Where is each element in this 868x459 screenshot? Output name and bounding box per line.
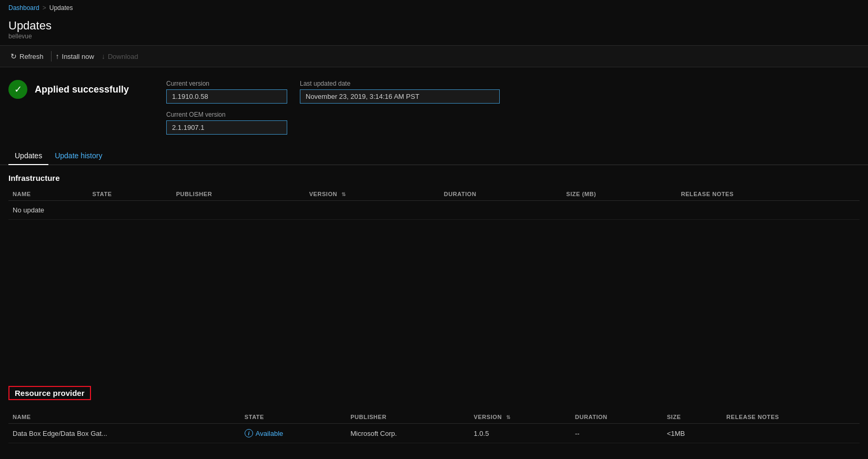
toolbar-divider-1 (51, 51, 52, 62)
current-oem-version-value: 2.1.1907.1 (166, 120, 287, 135)
status-left: ✓ Applied successfully (8, 80, 145, 99)
breadcrumb-separator: > (43, 4, 46, 12)
current-version-label: Current version (166, 80, 287, 87)
version-sort-icon: ⇅ (341, 191, 346, 197)
download-icon: ↓ (102, 52, 105, 60)
current-oem-version-label: Current OEM version (166, 111, 287, 118)
rp-col-release-notes: RELEASE NOTES (722, 411, 860, 424)
state-label: Available (256, 430, 284, 437)
rp-col-version: VERSION ⇅ (470, 411, 571, 424)
rp-version-sort-icon: ⇅ (506, 414, 511, 420)
rp-row-release-notes (722, 424, 860, 443)
status-fields: Current version 1.1910.0.58 Current OEM … (166, 80, 500, 135)
page-subtitle: bellevue (8, 33, 860, 40)
breadcrumb-current: Updates (49, 4, 73, 12)
resource-provider-title: Resource provider (8, 386, 91, 400)
infrastructure-table: NAME STATE PUBLISHER VERSION ⇅ DURATION … (8, 188, 860, 220)
infra-col-size: SIZE (MB) (562, 188, 677, 201)
rp-col-publisher: PUBLISHER (346, 411, 469, 424)
infrastructure-section: Infrastructure NAME STATE PUBLISHER VERS… (0, 165, 868, 220)
info-icon: i (245, 429, 253, 437)
rp-col-size: SIZE (663, 411, 722, 424)
page-header: Updates bellevue (0, 16, 868, 46)
infra-col-version: VERSION ⇅ (305, 188, 440, 201)
rp-row-duration: -- (571, 424, 663, 443)
current-version-group: Current version 1.1910.0.58 Current OEM … (166, 80, 287, 135)
rp-row-version: 1.0.5 (470, 424, 571, 443)
status-text: Applied successfully (35, 84, 129, 95)
table-row: No update (8, 201, 860, 220)
tab-updates[interactable]: Updates (8, 147, 48, 165)
rp-row-state: i Available (240, 424, 346, 443)
rp-row-name: Data Box Edge/Data Box Gat... (8, 424, 240, 443)
refresh-button[interactable]: ↻ Refresh (8, 50, 49, 63)
last-updated-group: Last updated date November 23, 2019, 3:1… (300, 80, 500, 135)
infrastructure-title: Infrastructure (8, 174, 860, 182)
last-updated-value: November 23, 2019, 3:14:16 AM PST (300, 89, 500, 104)
install-button[interactable]: ↑ Install now (54, 50, 99, 63)
tabs: Updates Update history (0, 147, 868, 165)
current-version-value: 1.1910.0.58 (166, 89, 287, 104)
rp-col-name: NAME (8, 411, 240, 424)
status-section: ✓ Applied successfully Current version 1… (0, 67, 868, 145)
resource-provider-header-row: NAME STATE PUBLISHER VERSION ⇅ DURATION … (8, 411, 860, 424)
breadcrumb: Dashboard > Updates (0, 0, 868, 16)
page-title: Updates (8, 19, 860, 33)
install-label: Install now (62, 53, 94, 60)
rp-col-duration: DURATION (571, 411, 663, 424)
table-row: Data Box Edge/Data Box Gat... i Availabl… (8, 424, 860, 443)
last-updated-label: Last updated date (300, 80, 500, 87)
infra-col-state: STATE (88, 188, 171, 201)
status-badge: ✓ (8, 80, 27, 99)
tab-update-history[interactable]: Update history (48, 147, 108, 165)
infra-col-release-notes: RELEASE NOTES (677, 188, 860, 201)
refresh-label: Refresh (19, 53, 44, 60)
download-label: Download (108, 53, 138, 60)
infrastructure-header-row: NAME STATE PUBLISHER VERSION ⇅ DURATION … (8, 188, 860, 201)
download-button[interactable]: ↓ Download (99, 50, 144, 63)
infra-col-publisher: PUBLISHER (172, 188, 305, 201)
resource-provider-section: Resource provider NAME STATE PUBLISHER V… (0, 378, 868, 443)
rp-row-publisher: Microsoft Corp. (346, 424, 469, 443)
toolbar: ↻ Refresh ↑ Install now ↓ Download (0, 46, 868, 67)
no-update-text: No update (8, 201, 860, 220)
rp-col-state: STATE (240, 411, 346, 424)
install-icon: ↑ (56, 52, 59, 60)
refresh-icon: ↻ (11, 52, 17, 60)
resource-provider-table: NAME STATE PUBLISHER VERSION ⇅ DURATION … (8, 411, 860, 443)
rp-row-size: <1MB (663, 424, 722, 443)
infra-col-duration: DURATION (440, 188, 562, 201)
infra-col-name: NAME (8, 188, 88, 201)
breadcrumb-dashboard[interactable]: Dashboard (8, 4, 39, 12)
